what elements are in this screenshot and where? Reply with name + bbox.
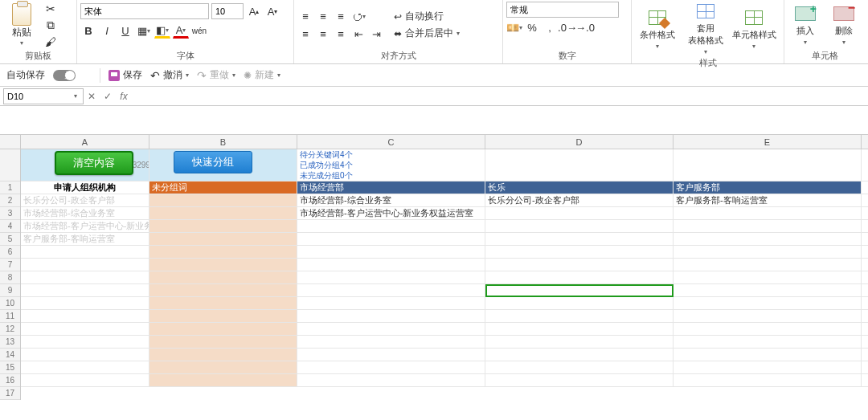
cell[interactable] [149,246,297,258]
align-middle-icon[interactable]: ≡ [315,8,331,24]
fill-color-button[interactable]: ◧▾ [154,22,170,39]
redo-button[interactable]: ↷ 重做 ▾ [197,68,235,82]
cell[interactable] [297,233,485,245]
col-header[interactable]: E [674,135,862,149]
undo-button[interactable]: ↶ 撤消 ▾ [150,68,189,82]
cell[interactable] [674,271,862,283]
formula-input[interactable] [132,88,868,104]
cell[interactable] [21,271,149,283]
comma-icon[interactable]: , [542,19,558,35]
cell[interactable] [21,297,149,309]
cell[interactable] [485,149,674,181]
cell[interactable] [485,271,674,283]
cell[interactable]: 市场经营部-综合业务室 [21,207,149,219]
cell[interactable] [674,207,862,219]
cell-header[interactable]: 市场经营部 [297,181,485,194]
cell[interactable] [674,323,862,335]
select-all-corner[interactable] [0,135,21,149]
cell[interactable] [149,233,297,245]
cell[interactable] [485,284,674,296]
cell[interactable] [149,284,297,296]
increase-font-icon[interactable]: A▴ [246,3,262,19]
cell[interactable] [674,349,862,361]
cell[interactable] [149,349,297,361]
cell[interactable] [674,284,862,296]
name-box[interactable] [3,88,84,104]
namebox-dropdown-icon[interactable]: ▾ [74,92,77,100]
font-size-select[interactable] [211,3,244,19]
clear-content-button[interactable]: 清空内容 [55,151,133,175]
link-undone[interactable]: 未完成分组0个 [300,170,353,181]
col-header[interactable]: A [21,135,149,149]
cell-header[interactable]: 申请人组织机构 [21,181,149,194]
cell[interactable] [485,323,674,335]
quick-group-button[interactable]: 快速分组 [174,151,252,173]
cell[interactable] [149,220,297,232]
cell[interactable]: 客户服务部-客响运营室 [674,194,862,206]
cell[interactable] [485,297,674,309]
border-button[interactable]: ▦▾ [136,22,152,39]
cell[interactable]: 长乐分公司-政企客户部 [485,194,674,206]
cell[interactable] [297,246,485,258]
cell[interactable] [485,233,674,245]
cell[interactable] [674,233,862,245]
cell[interactable] [297,323,485,335]
cell[interactable] [485,310,674,322]
cell[interactable] [674,310,862,322]
align-right-icon[interactable]: ≡ [333,26,349,42]
cell[interactable] [674,361,862,373]
cell[interactable] [485,361,674,373]
cell[interactable] [149,310,297,322]
cell[interactable] [485,207,674,219]
decrease-font-icon[interactable]: A▾ [264,3,280,19]
orientation-icon[interactable]: ⭯▾ [350,8,366,24]
cell[interactable] [297,349,485,361]
cut-icon[interactable]: ✂ [43,2,58,15]
cell[interactable] [297,271,485,283]
percent-icon[interactable]: % [524,19,540,35]
align-bottom-icon[interactable]: ≡ [333,8,349,24]
confirm-icon[interactable]: ✓ [100,88,116,104]
cell[interactable] [485,259,674,271]
row-header[interactable]: 14 [0,349,20,361]
row-header[interactable]: 8 [0,271,20,284]
fx-icon[interactable]: fx [116,88,132,104]
cell[interactable] [21,284,149,296]
merge-center-button[interactable]: ⬌ 合并后居中 ▾ [394,27,460,40]
row-header[interactable]: 2 [0,194,20,207]
col-header[interactable]: C [297,135,485,149]
phonetic-button[interactable]: wén [191,22,207,39]
cell[interactable] [297,361,485,373]
cell[interactable] [21,374,149,386]
cell[interactable] [674,246,862,258]
underline-button[interactable]: U [117,22,133,39]
row-header[interactable]: 7 [0,259,20,271]
col-header[interactable]: B [149,135,297,149]
cell[interactable] [674,297,862,309]
cell[interactable] [149,374,297,386]
currency-icon[interactable]: 💴▾ [506,19,522,35]
cell[interactable] [297,259,485,271]
paste-button[interactable]: 粘贴 ▾ [3,3,40,47]
link-done[interactable]: 已成功分组4个 [300,160,353,170]
cell[interactable] [21,349,149,361]
align-top-icon[interactable]: ≡ [297,8,313,24]
cell[interactable] [21,310,149,322]
cell-header[interactable]: 长乐 [485,181,674,194]
cell[interactable] [297,220,485,232]
row-header[interactable]: 11 [0,310,20,323]
indent-inc-icon[interactable]: ⇥ [368,26,384,42]
cell[interactable] [297,374,485,386]
indent-dec-icon[interactable]: ⇤ [350,26,366,42]
cell[interactable] [149,271,297,283]
row-header[interactable]: 4 [0,220,20,233]
cell[interactable] [21,259,149,271]
format-painter-icon[interactable]: 🖌 [43,35,58,48]
cell[interactable] [21,336,149,348]
cell[interactable] [21,323,149,335]
cell[interactable] [485,336,674,348]
font-color-button[interactable]: A▾ [173,22,189,39]
format-as-table-button[interactable]: 套用 表格格式 ▾ [683,2,728,55]
cell-styles-button[interactable]: 单元格样式 ▾ [731,8,776,50]
cell[interactable] [149,259,297,271]
